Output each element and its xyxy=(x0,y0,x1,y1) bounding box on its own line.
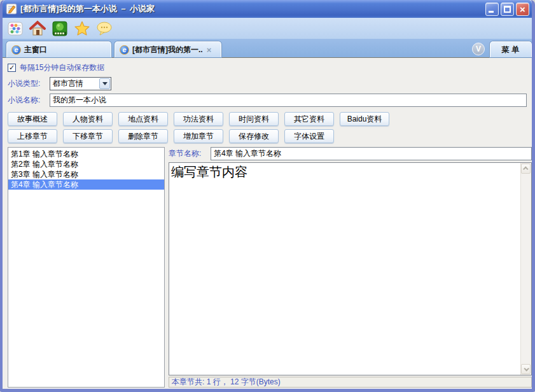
minimize-button[interactable] xyxy=(485,3,499,16)
novel-name-input[interactable] xyxy=(50,94,527,107)
chapter-list-item-selected[interactable]: 第4章 输入章节名称 xyxy=(8,179,164,190)
save-changes-button[interactable]: 保存修改 xyxy=(229,129,279,143)
plant-icon[interactable] xyxy=(52,20,68,37)
app-notepad-icon xyxy=(6,3,17,15)
close-icon: × xyxy=(517,3,529,15)
novel-name-label: 小说名称: xyxy=(8,95,50,106)
autosave-checkbox[interactable]: ✓ xyxy=(8,64,16,72)
menu-button[interactable]: 菜 单 xyxy=(490,41,532,57)
delete-chapter-button[interactable]: 删除章节 xyxy=(118,129,168,143)
app-window: [都市言情]我的第一本小说 － 小说家 × xyxy=(0,0,535,392)
chapter-list-item[interactable]: 第3章 输入章节名称 xyxy=(8,169,164,179)
scroll-down-button[interactable] xyxy=(521,364,531,374)
editor-statusbar: 本章节共: 1 行， 12 字节(Bytes) xyxy=(169,377,532,388)
menu-button-label: 菜 单 xyxy=(502,45,519,55)
editor-scrollbar[interactable] xyxy=(520,163,531,375)
status-text: 本章节共: 1 行， 12 字节(Bytes) xyxy=(172,377,281,388)
location-info-button[interactable]: 地点资料 xyxy=(118,112,168,126)
other-info-button[interactable]: 其它资料 xyxy=(284,112,334,126)
chapter-name-label: 章节名称: xyxy=(169,148,211,159)
tab-novel[interactable]: e [都市言情]我的第一.. × xyxy=(115,41,221,57)
chapter-list-item[interactable]: 第1章 输入章节名称 xyxy=(8,149,164,159)
tab-bar: e 主窗口 e [都市言情]我的第一.. × V 菜 单 xyxy=(3,39,532,57)
chapter-content-text: 编写章节内容 xyxy=(171,164,518,180)
browser-e-icon: e xyxy=(120,45,129,55)
editor-panel: 章节名称: 编写章节内容 本章节共: 1 行， 12 字节(Bytes) xyxy=(169,147,532,388)
chapter-button-row: 上移章节 下移章节 删除章节 增加章节 保存修改 字体设置 xyxy=(8,129,532,143)
abacus-icon[interactable] xyxy=(7,20,24,37)
toolbar xyxy=(3,18,532,39)
main-split: 第1章 输入章节名称 第2章 输入章节名称 第3章 输入章节名称 第4章 输入章… xyxy=(8,147,532,388)
time-info-button[interactable]: 时间资料 xyxy=(229,112,279,126)
tab-main-window[interactable]: e 主窗口 xyxy=(6,41,111,57)
combo-dropdown-button[interactable] xyxy=(99,78,110,89)
novel-name-row: 小说名称: xyxy=(8,94,527,107)
novel-type-value: 都市言情 xyxy=(50,78,99,89)
chapter-content-editor[interactable]: 编写章节内容 xyxy=(169,162,532,375)
autosave-label: 每隔15分钟自动保存数据 xyxy=(20,62,104,73)
chat-bubble-icon[interactable] xyxy=(96,20,113,37)
maximize-icon xyxy=(504,6,511,13)
chevron-up-icon xyxy=(523,166,528,171)
content-area: ✓ 每隔15分钟自动保存数据 小说类型: 都市言情 小说名称: 故事概述 人物资… xyxy=(3,57,532,389)
titlebar: [都市言情]我的第一本小说 － 小说家 × xyxy=(3,0,532,18)
minimize-icon xyxy=(489,11,494,13)
window-title: [都市言情]我的第一本小说 － 小说家 xyxy=(20,3,483,15)
chapter-list: 第1章 输入章节名称 第2章 输入章节名称 第3章 输入章节名称 第4章 输入章… xyxy=(8,147,165,388)
font-settings-button[interactable]: 字体设置 xyxy=(284,129,334,143)
move-chapter-down-button[interactable]: 下移章节 xyxy=(63,129,113,143)
novel-type-select[interactable]: 都市言情 xyxy=(50,77,111,90)
maximize-button[interactable] xyxy=(501,3,514,16)
skill-info-button[interactable]: 功法资料 xyxy=(174,112,223,126)
move-chapter-up-button[interactable]: 上移章节 xyxy=(8,129,57,143)
star-icon[interactable] xyxy=(74,20,90,37)
baidu-info-button[interactable]: Baidu资料 xyxy=(340,112,389,126)
chapter-name-input[interactable] xyxy=(211,147,532,160)
tab-close-icon[interactable]: × xyxy=(207,45,212,55)
resource-button-row: 故事概述 人物资料 地点资料 功法资料 时间资料 其它资料 Baidu资料 xyxy=(8,112,532,126)
chapter-name-row: 章节名称: xyxy=(169,147,532,160)
scroll-up-button[interactable] xyxy=(521,164,531,174)
close-button[interactable]: × xyxy=(516,3,529,16)
story-overview-button[interactable]: 故事概述 xyxy=(8,112,57,126)
novel-type-label: 小说类型: xyxy=(8,78,50,89)
chevron-down-icon xyxy=(524,366,529,371)
autosave-row: ✓ 每隔15分钟自动保存数据 xyxy=(8,62,532,73)
chevron-down-icon xyxy=(102,82,108,85)
browser-e-icon: e xyxy=(11,45,21,55)
novel-type-row: 小说类型: 都市言情 xyxy=(8,77,532,90)
tab-label: [都市言情]我的第一.. xyxy=(132,45,203,55)
chapter-list-item[interactable]: 第2章 输入章节名称 xyxy=(8,159,164,169)
home-icon[interactable] xyxy=(29,20,46,37)
tab-dropdown-v-button[interactable]: V xyxy=(472,43,485,55)
tabbar-right-group: V 菜 单 xyxy=(472,41,532,57)
character-info-button[interactable]: 人物资料 xyxy=(63,112,113,126)
add-chapter-button[interactable]: 增加章节 xyxy=(174,129,223,143)
tab-label: 主窗口 xyxy=(24,45,47,55)
